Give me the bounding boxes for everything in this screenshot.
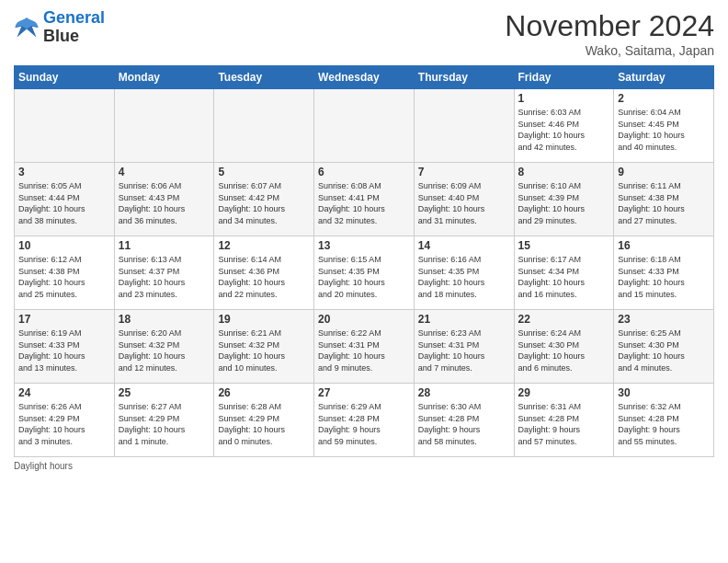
calendar-cell: 29Sunrise: 6:31 AM Sunset: 4:28 PM Dayli… bbox=[514, 384, 614, 457]
calendar-week-0: 1Sunrise: 6:03 AM Sunset: 4:46 PM Daylig… bbox=[15, 89, 714, 163]
day-info: Sunrise: 6:31 AM Sunset: 4:28 PM Dayligh… bbox=[518, 401, 610, 447]
day-info: Sunrise: 6:26 AM Sunset: 4:29 PM Dayligh… bbox=[18, 401, 110, 447]
day-number: 22 bbox=[518, 313, 610, 326]
calendar-cell: 30Sunrise: 6:32 AM Sunset: 4:28 PM Dayli… bbox=[614, 384, 714, 457]
page-header: General Blue November 2024 Wako, Saitama… bbox=[14, 9, 714, 58]
calendar-cell: 22Sunrise: 6:24 AM Sunset: 4:30 PM Dayli… bbox=[514, 310, 614, 384]
day-number: 3 bbox=[18, 166, 110, 178]
day-number: 17 bbox=[18, 313, 110, 326]
day-info: Sunrise: 6:28 AM Sunset: 4:29 PM Dayligh… bbox=[218, 401, 310, 447]
col-monday: Monday bbox=[114, 66, 214, 89]
col-tuesday: Tuesday bbox=[214, 66, 314, 89]
calendar-cell: 7Sunrise: 6:09 AM Sunset: 4:40 PM Daylig… bbox=[414, 163, 514, 236]
day-number: 7 bbox=[418, 166, 510, 178]
day-number: 26 bbox=[218, 386, 310, 399]
calendar-cell: 10Sunrise: 6:12 AM Sunset: 4:38 PM Dayli… bbox=[15, 236, 115, 310]
calendar-cell bbox=[114, 89, 214, 163]
day-info: Sunrise: 6:08 AM Sunset: 4:41 PM Dayligh… bbox=[318, 180, 410, 226]
day-info: Sunrise: 6:20 AM Sunset: 4:32 PM Dayligh… bbox=[119, 327, 210, 373]
day-number: 6 bbox=[318, 166, 410, 178]
day-info: Sunrise: 6:15 AM Sunset: 4:35 PM Dayligh… bbox=[318, 254, 410, 300]
day-number: 5 bbox=[218, 166, 310, 178]
day-info: Sunrise: 6:16 AM Sunset: 4:35 PM Dayligh… bbox=[418, 254, 510, 300]
day-number: 8 bbox=[518, 166, 610, 178]
day-number: 29 bbox=[518, 386, 610, 399]
logo: General Blue bbox=[14, 9, 105, 46]
day-number: 16 bbox=[618, 239, 710, 252]
day-number: 13 bbox=[318, 239, 410, 252]
day-info: Sunrise: 6:25 AM Sunset: 4:30 PM Dayligh… bbox=[618, 327, 710, 373]
day-number: 4 bbox=[119, 166, 210, 178]
calendar-cell bbox=[314, 89, 415, 163]
calendar-cell bbox=[414, 89, 514, 163]
calendar-week-3: 17Sunrise: 6:19 AM Sunset: 4:33 PM Dayli… bbox=[15, 310, 714, 384]
calendar-cell: 25Sunrise: 6:27 AM Sunset: 4:29 PM Dayli… bbox=[114, 384, 214, 457]
calendar-cell: 28Sunrise: 6:30 AM Sunset: 4:28 PM Dayli… bbox=[414, 384, 514, 457]
calendar-cell: 5Sunrise: 6:07 AM Sunset: 4:42 PM Daylig… bbox=[214, 163, 314, 236]
day-info: Sunrise: 6:14 AM Sunset: 4:36 PM Dayligh… bbox=[218, 254, 310, 300]
logo-text: General Blue bbox=[43, 9, 105, 46]
day-info: Sunrise: 6:22 AM Sunset: 4:31 PM Dayligh… bbox=[318, 327, 410, 373]
day-number: 23 bbox=[618, 313, 710, 326]
day-info: Sunrise: 6:17 AM Sunset: 4:34 PM Dayligh… bbox=[518, 254, 610, 300]
day-number: 1 bbox=[518, 92, 610, 105]
day-info: Sunrise: 6:32 AM Sunset: 4:28 PM Dayligh… bbox=[618, 401, 710, 447]
calendar-cell: 18Sunrise: 6:20 AM Sunset: 4:32 PM Dayli… bbox=[114, 310, 214, 384]
col-saturday: Saturday bbox=[614, 66, 714, 89]
calendar-cell: 12Sunrise: 6:14 AM Sunset: 4:36 PM Dayli… bbox=[214, 236, 314, 310]
calendar-cell bbox=[15, 89, 115, 163]
day-info: Sunrise: 6:27 AM Sunset: 4:29 PM Dayligh… bbox=[119, 401, 210, 447]
day-info: Sunrise: 6:29 AM Sunset: 4:28 PM Dayligh… bbox=[318, 401, 410, 447]
day-info: Sunrise: 6:10 AM Sunset: 4:39 PM Dayligh… bbox=[518, 180, 610, 226]
day-number: 19 bbox=[218, 313, 310, 326]
calendar-cell: 26Sunrise: 6:28 AM Sunset: 4:29 PM Dayli… bbox=[214, 384, 314, 457]
day-info: Sunrise: 6:11 AM Sunset: 4:38 PM Dayligh… bbox=[618, 180, 710, 226]
calendar-cell bbox=[214, 89, 314, 163]
col-friday: Friday bbox=[514, 66, 614, 89]
calendar-cell: 21Sunrise: 6:23 AM Sunset: 4:31 PM Dayli… bbox=[414, 310, 514, 384]
calendar-cell: 13Sunrise: 6:15 AM Sunset: 4:35 PM Dayli… bbox=[314, 236, 415, 310]
title-block: November 2024 Wako, Saitama, Japan bbox=[505, 9, 714, 58]
day-number: 28 bbox=[418, 386, 510, 399]
day-info: Sunrise: 6:07 AM Sunset: 4:42 PM Dayligh… bbox=[218, 180, 310, 226]
day-info: Sunrise: 6:13 AM Sunset: 4:37 PM Dayligh… bbox=[119, 254, 210, 300]
calendar-cell: 23Sunrise: 6:25 AM Sunset: 4:30 PM Dayli… bbox=[614, 310, 714, 384]
calendar-week-2: 10Sunrise: 6:12 AM Sunset: 4:38 PM Dayli… bbox=[15, 236, 714, 310]
day-number: 9 bbox=[618, 166, 710, 178]
footer-note: Daylight hours bbox=[14, 461, 714, 471]
calendar-cell: 20Sunrise: 6:22 AM Sunset: 4:31 PM Dayli… bbox=[314, 310, 415, 384]
calendar-cell: 14Sunrise: 6:16 AM Sunset: 4:35 PM Dayli… bbox=[414, 236, 514, 310]
header-row: Sunday Monday Tuesday Wednesday Thursday… bbox=[15, 66, 714, 89]
calendar-week-1: 3Sunrise: 6:05 AM Sunset: 4:44 PM Daylig… bbox=[15, 163, 714, 236]
calendar-cell: 6Sunrise: 6:08 AM Sunset: 4:41 PM Daylig… bbox=[314, 163, 415, 236]
calendar-cell: 15Sunrise: 6:17 AM Sunset: 4:34 PM Dayli… bbox=[514, 236, 614, 310]
day-number: 10 bbox=[18, 239, 110, 252]
day-info: Sunrise: 6:21 AM Sunset: 4:32 PM Dayligh… bbox=[218, 327, 310, 373]
day-number: 2 bbox=[618, 92, 710, 105]
day-number: 25 bbox=[119, 386, 210, 399]
day-info: Sunrise: 6:18 AM Sunset: 4:33 PM Dayligh… bbox=[618, 254, 710, 300]
month-title: November 2024 bbox=[505, 9, 714, 43]
day-number: 11 bbox=[119, 239, 210, 252]
day-info: Sunrise: 6:06 AM Sunset: 4:43 PM Dayligh… bbox=[119, 180, 210, 226]
calendar-cell: 8Sunrise: 6:10 AM Sunset: 4:39 PM Daylig… bbox=[514, 163, 614, 236]
calendar-cell: 16Sunrise: 6:18 AM Sunset: 4:33 PM Dayli… bbox=[614, 236, 714, 310]
day-number: 12 bbox=[218, 239, 310, 252]
logo-icon bbox=[14, 15, 40, 40]
calendar-cell: 3Sunrise: 6:05 AM Sunset: 4:44 PM Daylig… bbox=[15, 163, 115, 236]
location: Wako, Saitama, Japan bbox=[505, 43, 714, 58]
calendar-cell: 17Sunrise: 6:19 AM Sunset: 4:33 PM Dayli… bbox=[15, 310, 115, 384]
day-info: Sunrise: 6:09 AM Sunset: 4:40 PM Dayligh… bbox=[418, 180, 510, 226]
day-info: Sunrise: 6:03 AM Sunset: 4:46 PM Dayligh… bbox=[518, 107, 610, 153]
calendar-cell: 19Sunrise: 6:21 AM Sunset: 4:32 PM Dayli… bbox=[214, 310, 314, 384]
day-number: 18 bbox=[119, 313, 210, 326]
calendar-cell: 24Sunrise: 6:26 AM Sunset: 4:29 PM Dayli… bbox=[15, 384, 115, 457]
calendar-table: Sunday Monday Tuesday Wednesday Thursday… bbox=[14, 65, 714, 457]
day-number: 14 bbox=[418, 239, 510, 252]
calendar-cell: 1Sunrise: 6:03 AM Sunset: 4:46 PM Daylig… bbox=[514, 89, 614, 163]
calendar-cell: 11Sunrise: 6:13 AM Sunset: 4:37 PM Dayli… bbox=[114, 236, 214, 310]
day-number: 15 bbox=[518, 239, 610, 252]
day-info: Sunrise: 6:24 AM Sunset: 4:30 PM Dayligh… bbox=[518, 327, 610, 373]
day-info: Sunrise: 6:30 AM Sunset: 4:28 PM Dayligh… bbox=[418, 401, 510, 447]
calendar-cell: 2Sunrise: 6:04 AM Sunset: 4:45 PM Daylig… bbox=[614, 89, 714, 163]
